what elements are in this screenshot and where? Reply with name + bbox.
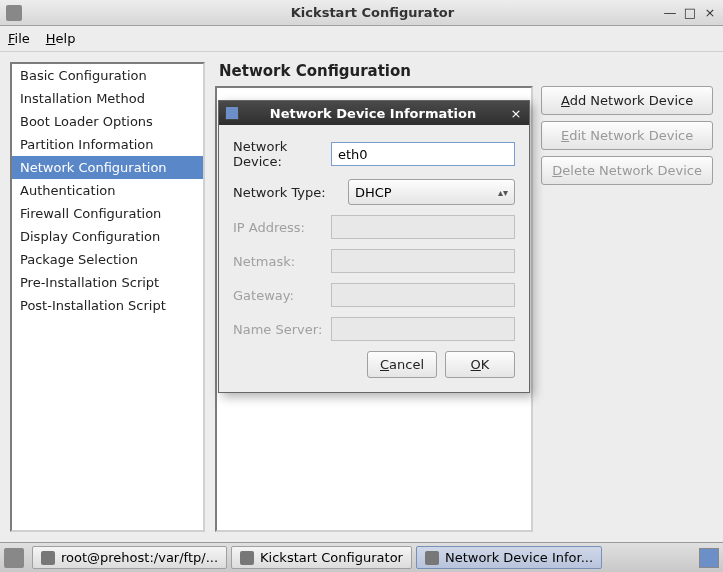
- task-terminal[interactable]: root@prehost:/var/ftp/...: [32, 546, 227, 569]
- sidebar-item-partition[interactable]: Partition Information: [12, 133, 203, 156]
- section-list[interactable]: Basic Configuration Installation Method …: [10, 62, 205, 532]
- minimize-button[interactable]: —: [661, 4, 679, 20]
- network-device-dialog: Network Device Information × Network Dev…: [218, 100, 530, 393]
- ok-button[interactable]: OK: [445, 351, 515, 378]
- device-buttons: Add Network Device Edit Network Device D…: [533, 86, 713, 532]
- label-nameserver: Name Server:: [233, 322, 331, 337]
- terminal-icon: [41, 551, 55, 565]
- cancel-button[interactable]: Cancel: [367, 351, 437, 378]
- taskbar: root@prehost:/var/ftp/... Kickstart Conf…: [0, 542, 723, 572]
- close-button[interactable]: ×: [701, 4, 719, 20]
- app-icon: [6, 5, 22, 21]
- task-label: root@prehost:/var/ftp/...: [61, 550, 218, 565]
- row-gateway: Gateway:: [233, 283, 515, 307]
- label-device: Network Device:: [233, 139, 331, 169]
- window-icon: [425, 551, 439, 565]
- combo-network-type[interactable]: DHCP ▴▾: [348, 179, 515, 205]
- label-gateway: Gateway:: [233, 288, 331, 303]
- input-device[interactable]: [331, 142, 515, 166]
- sidebar-item-auth[interactable]: Authentication: [12, 179, 203, 202]
- dialog-titlebar: Network Device Information ×: [219, 101, 529, 125]
- task-label: Kickstart Configurator: [260, 550, 403, 565]
- input-gateway: [331, 283, 515, 307]
- row-device: Network Device:: [233, 139, 515, 169]
- row-nameserver: Name Server:: [233, 317, 515, 341]
- add-device-button[interactable]: Add Network Device: [541, 86, 713, 115]
- dialog-icon: [225, 106, 239, 120]
- row-netmask: Netmask:: [233, 249, 515, 273]
- chevron-updown-icon: ▴▾: [498, 187, 508, 198]
- label-netmask: Netmask:: [233, 254, 331, 269]
- input-ip: [331, 215, 515, 239]
- window-controls: — □ ×: [661, 4, 719, 20]
- sidebar-item-firewall[interactable]: Firewall Configuration: [12, 202, 203, 225]
- label-ip: IP Address:: [233, 220, 331, 235]
- sidebar-item-postinstall[interactable]: Post-Installation Script: [12, 294, 203, 317]
- edit-device-button[interactable]: Edit Network Device: [541, 121, 713, 150]
- window-titlebar: Kickstart Configurator — □ ×: [0, 0, 723, 26]
- menubar: File Help: [0, 26, 723, 52]
- task-label: Network Device Infor...: [445, 550, 593, 565]
- sidebar-item-packages[interactable]: Package Selection: [12, 248, 203, 271]
- combo-value: DHCP: [355, 185, 392, 200]
- task-dialog[interactable]: Network Device Infor...: [416, 546, 602, 569]
- systray-icon[interactable]: [699, 548, 719, 568]
- menu-help[interactable]: Help: [46, 31, 76, 46]
- delete-device-button[interactable]: Delete Network Device: [541, 156, 713, 185]
- row-type: Network Type: DHCP ▴▾: [233, 179, 515, 205]
- task-kickstart[interactable]: Kickstart Configurator: [231, 546, 412, 569]
- menu-file[interactable]: File: [8, 31, 30, 46]
- sidebar-item-boot-loader[interactable]: Boot Loader Options: [12, 110, 203, 133]
- label-type: Network Type:: [233, 185, 348, 200]
- dialog-body: Network Device: Network Type: DHCP ▴▾ IP…: [219, 125, 529, 392]
- row-ip: IP Address:: [233, 215, 515, 239]
- app-icon: [240, 551, 254, 565]
- window-title: Kickstart Configurator: [22, 5, 723, 20]
- maximize-button[interactable]: □: [681, 4, 699, 20]
- dialog-close-button[interactable]: ×: [507, 104, 525, 122]
- sidebar-item-preinstall[interactable]: Pre-Installation Script: [12, 271, 203, 294]
- dialog-title: Network Device Information: [239, 106, 507, 121]
- sidebar-item-display[interactable]: Display Configuration: [12, 225, 203, 248]
- tray-icon[interactable]: [4, 548, 24, 568]
- sidebar-item-install-method[interactable]: Installation Method: [12, 87, 203, 110]
- dialog-actions: Cancel OK: [233, 351, 515, 378]
- input-netmask: [331, 249, 515, 273]
- input-nameserver: [331, 317, 515, 341]
- sidebar-item-basic[interactable]: Basic Configuration: [12, 64, 203, 87]
- sidebar-item-network[interactable]: Network Configuration: [12, 156, 203, 179]
- section-title: Network Configuration: [215, 62, 713, 80]
